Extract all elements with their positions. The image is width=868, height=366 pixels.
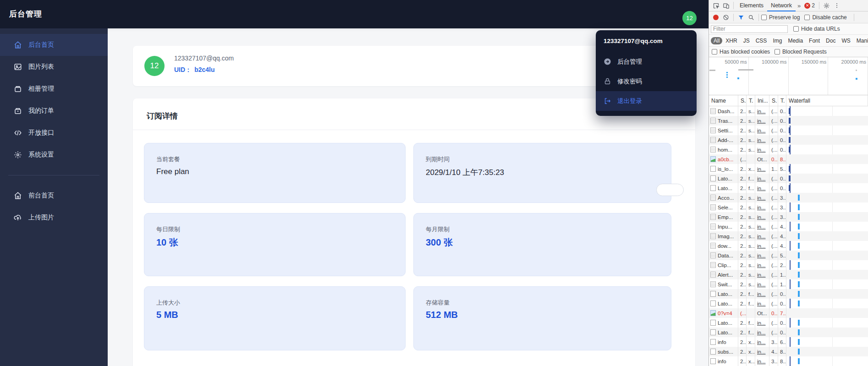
devtools-tab[interactable]: Elements [736,0,767,11]
sidebar-item[interactable]: 系统设置 [0,144,108,166]
request-name: a0cb... [718,157,734,162]
sidebar-item-label: 相册管理 [28,85,54,93]
network-request-row[interactable]: Lato... 2... f... in... (... 0... [709,299,868,308]
device-toolbar-icon[interactable] [721,1,731,10]
column-header[interactable]: Name [709,95,738,106]
network-request-row[interactable]: info 2... x... in... 3... 8... [709,356,868,366]
sidebar-item[interactable]: 开放接口 [0,122,108,144]
disable-cache-checkbox[interactable]: Disable cache [804,14,846,21]
resource-type-filter[interactable]: Manifest [854,37,868,44]
network-request-row[interactable]: is_lo... 2... x... in... 1... 5... [709,164,868,174]
network-request-row[interactable]: Data... 2... s... in... (... 5... [709,251,868,260]
sidebar-item-label: 前台首页 [28,191,54,200]
record-network-log-icon[interactable] [711,13,721,22]
column-header[interactable]: S.. [738,95,747,106]
column-header[interactable]: T. [778,95,786,106]
hide-data-urls-checkbox[interactable]: Hide data URLs [793,26,840,32]
uid-value[interactable]: b2c4lu [194,66,214,73]
devtools-settings-gear-icon[interactable] [822,1,832,10]
sidebar-item[interactable]: 后台首页 [0,34,108,56]
request-status-cell: 2... [738,251,747,260]
network-request-row[interactable]: Imag... 2... s... in... (... 4... [709,231,868,241]
request-waterfall-cell [786,106,868,116]
dropdown-item-wrap: 后台管理 [596,52,697,71]
clear-network-log-icon[interactable] [721,13,731,22]
request-type-cell: s... [747,279,755,289]
waterfall-bar [789,147,791,153]
network-request-row[interactable]: Add-... 2... s... in... (... 0... [709,135,868,145]
subscription-stat-card: 当前套餐 Free plan [144,143,406,203]
dropdown-item[interactable]: 修改密码 [596,71,697,91]
network-request-row[interactable]: info 2... x... in... 3... 6... [709,337,868,347]
network-filter-input[interactable] [711,25,788,33]
sidebar-item[interactable]: 相册管理 [0,78,108,100]
sidebar-item[interactable]: 我的订单 [0,100,108,122]
disable-cache-label: Disable cache [812,14,846,21]
request-name: Sele... [718,205,733,210]
resource-type-filter[interactable]: Doc [823,37,838,44]
request-initiator-cell: in... [755,337,769,347]
request-time-cell: 0... [778,328,786,337]
column-header[interactable]: T. [747,95,755,106]
sidebar-item-label: 系统设置 [28,151,54,159]
network-request-row[interactable]: Dash... 2... s... in... (... 0... [709,106,868,116]
request-initiator-cell: in... [755,202,769,212]
network-request-row[interactable]: Lato... 2... f... in... (... 0... [709,318,868,328]
account-dropdown-menu: 123327107@qq.com 后台管理 [596,30,697,116]
search-icon[interactable] [746,13,756,22]
resource-type-filter[interactable]: WS [839,37,853,44]
tabs-overflow-chevron[interactable]: » [796,2,802,9]
devtools-kebab-menu-icon[interactable] [832,1,842,10]
sidebar-item[interactable]: 前台首页 [0,185,108,207]
waterfall-bar [798,214,800,220]
resource-type-label: Font [809,38,820,44]
blocked-requests-checkbox[interactable]: Blocked Requests [775,49,827,55]
resource-type-filter[interactable]: CSS [753,37,770,44]
sidebar-item[interactable]: 上传图片 [0,207,108,229]
request-initiator-cell: in... [755,241,769,251]
network-request-row[interactable]: Setti... 2... s... in... (... 0... [709,126,868,135]
preserve-log-checkbox[interactable]: Preserve log [761,14,800,21]
resource-type-filter[interactable]: All [711,37,722,44]
network-request-row[interactable]: Tras... 2... s... in... (... 0... [709,116,868,126]
network-request-row[interactable]: a0cb... (... Ot... 0... 8... [709,154,868,164]
sidebar-item[interactable]: 图片列表 [0,56,108,78]
network-request-row[interactable]: 0?v=4 (... Ot... 0... 7... [709,308,868,318]
network-request-row[interactable]: Alert... 2... s... in... (... 1... [709,270,868,279]
network-request-row[interactable]: subs... 2... x... in... 4... 8... [709,347,868,356]
user-avatar-large: 12 [144,56,165,76]
network-request-row[interactable]: Lato... 2... f... in... (... 0... [709,174,868,183]
network-request-row[interactable]: Swit... 2... s... in... (... 1... [709,279,868,289]
user-avatar[interactable]: 12 [682,11,697,25]
network-request-row[interactable]: Lato... 2... f... in... (... 0... [709,289,868,299]
network-request-row[interactable]: Inpu... 2... s... in... (... 4... [709,222,868,231]
network-request-row[interactable]: Clip... 2... s... in... (... 2... [709,260,868,270]
waterfall-bar [798,262,800,268]
network-request-row[interactable]: Sele... 2... s... in... (... 3... [709,202,868,212]
network-request-row[interactable]: hom... 2... s... in... (... 0... [709,145,868,154]
network-request-row[interactable]: Acco... 2... s... in... (... 3... [709,193,868,202]
resource-type-filter[interactable]: Img [770,37,785,44]
column-header[interactable]: S. [769,95,778,106]
request-name-cell: Lato... [709,328,738,337]
console-error-badge[interactable]: ✕ 2 [804,2,815,9]
resource-type-filter[interactable]: JS [741,37,753,44]
inspect-element-icon[interactable] [711,1,721,10]
devtools-tab[interactable]: Network [767,0,796,11]
network-request-row[interactable]: Lato... 2... f... in... (... 0... [709,183,868,193]
column-header[interactable]: Waterfall [786,95,868,106]
column-header[interactable]: Ini... [755,95,769,106]
resource-type-filter[interactable]: Font [806,37,823,44]
request-name: hom... [718,147,732,153]
network-overview-timeline[interactable]: 50000 ms100000 ms150000 ms200000 ms [709,57,868,95]
has-blocked-cookies-checkbox[interactable]: Has blocked cookies [712,49,770,55]
network-request-row[interactable]: Lato... 2... f... in... (... 0... [709,328,868,337]
subscription-action-button[interactable] [656,184,684,196]
resource-type-filter[interactable]: XHR [723,37,740,44]
dropdown-item[interactable]: 退出登录 [596,91,697,111]
network-request-row[interactable]: dow... 2... s... in... (... 4... [709,241,868,251]
resource-type-filter[interactable]: Media [785,37,806,44]
dropdown-item[interactable]: 后台管理 [596,52,697,71]
filter-funnel-icon[interactable] [736,13,746,22]
network-request-row[interactable]: Emp... 2... s... in... (... 3... [709,212,868,222]
